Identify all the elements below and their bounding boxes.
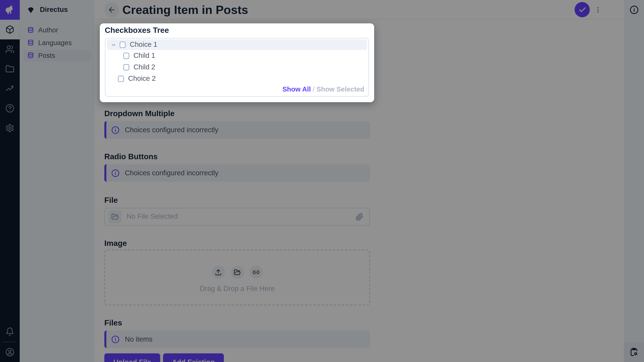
tree-item-label: Choice 2 xyxy=(128,75,156,83)
checkbox[interactable] xyxy=(120,41,126,48)
checkbox[interactable] xyxy=(123,64,130,70)
tree-item-label: Child 1 xyxy=(134,52,155,60)
tree-item-label: Choice 1 xyxy=(130,40,157,49)
checkbox[interactable] xyxy=(123,52,130,59)
app-window: Directus Author Languages xyxy=(0,0,644,362)
chevron-down-icon[interactable] xyxy=(110,42,117,48)
checkbox[interactable] xyxy=(118,76,124,82)
footer-separator: / xyxy=(313,85,317,93)
tree-footer: Show All / Show Selected xyxy=(282,85,364,93)
checkboxes-tree-panel: Checkboxes Tree Choice 1 Child 1 Child 2 xyxy=(100,23,374,102)
tree-row-child-1[interactable]: Child 1 xyxy=(106,50,368,62)
checkboxes-tree-input: Choice 1 Child 1 Child 2 Choice 2 Show A… xyxy=(105,38,369,97)
show-selected-link[interactable]: Show Selected xyxy=(316,85,364,93)
tree-row-choice-1[interactable]: Choice 1 xyxy=(107,39,367,50)
tree-row-child-2[interactable]: Child 2 xyxy=(106,61,368,73)
tree-item-label: Child 2 xyxy=(134,63,155,71)
field-label-checkboxes-tree: Checkboxes Tree xyxy=(105,26,169,35)
tree-row-choice-2[interactable]: Choice 2 xyxy=(106,73,368,85)
show-all-link[interactable]: Show All xyxy=(282,85,311,93)
